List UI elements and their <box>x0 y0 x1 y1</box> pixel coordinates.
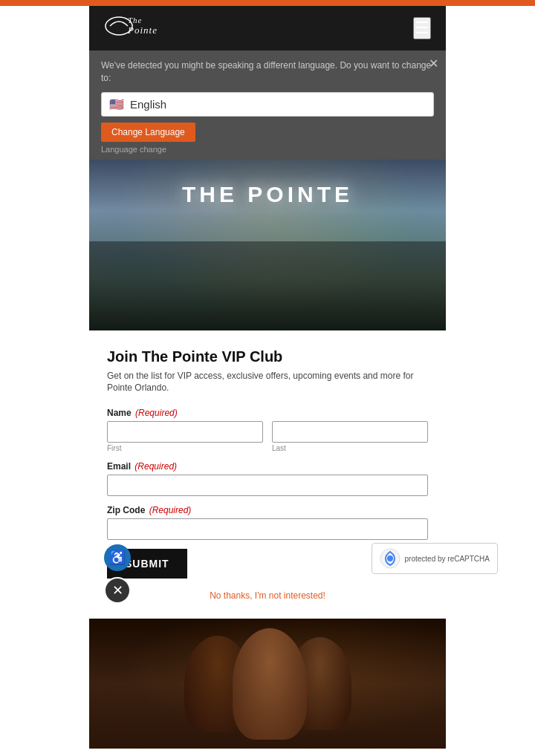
first-name-input[interactable] <box>107 421 263 443</box>
vip-form-container: Join The Pointe VIP Club Get on the list… <box>89 330 446 619</box>
last-placeholder: Last <box>272 444 428 452</box>
accessibility-button[interactable]: ♿ <box>104 544 131 571</box>
vip-form-title: Join The Pointe VIP Club <box>107 348 428 365</box>
email-label: Email (Required) <box>107 461 428 472</box>
hero-title: THE POINTE <box>182 182 353 207</box>
vip-form-subtitle: Get on the list for VIP access, exclusiv… <box>107 370 428 395</box>
zip-required: (Required) <box>149 505 192 515</box>
recaptcha-svg <box>380 548 401 569</box>
language-detection-text: We've detected you might be speaking a d… <box>101 59 434 85</box>
svg-point-4 <box>387 555 393 561</box>
zip-input[interactable] <box>107 518 428 540</box>
site-header: The Pointe ☰ <box>89 6 446 50</box>
close-banner-button[interactable]: ✕ <box>429 56 438 71</box>
logo-svg: The Pointe <box>104 11 193 41</box>
top-bar <box>0 0 535 6</box>
recaptcha-icon <box>380 548 401 569</box>
flag-icon: 🇺🇸 <box>109 97 124 111</box>
language-banner: We've detected you might be speaking a d… <box>89 50 446 160</box>
name-row: First Last <box>107 421 428 452</box>
no-thanks-link[interactable]: No thanks, I'm not interested! <box>107 590 428 601</box>
site-logo: The Pointe <box>104 11 193 45</box>
language-name-label: English <box>130 98 166 111</box>
svg-text:Pointe: Pointe <box>127 25 158 36</box>
page-wrapper: The Pointe ☰ We've detected you might be… <box>0 0 535 756</box>
close-widget-button[interactable]: ✕ <box>104 577 131 604</box>
first-name-field: First <box>107 421 263 452</box>
menu-button[interactable]: ☰ <box>413 17 431 39</box>
hero-image: THE POINTE <box>89 160 446 330</box>
overlay-buttons: ♿ ✕ <box>104 544 131 604</box>
name-label: Name (Required) <box>107 408 428 418</box>
zip-label: Zip Code (Required) <box>107 505 428 515</box>
zip-field-group: Zip Code (Required) <box>107 505 428 540</box>
first-placeholder: First <box>107 444 263 452</box>
email-input[interactable] <box>107 475 428 496</box>
language-change-note: Language change <box>101 145 434 154</box>
people-photo <box>89 619 446 749</box>
last-name-field: Last <box>272 421 428 452</box>
email-field-group: Email (Required) <box>107 461 428 496</box>
browser-area: The Pointe ☰ We've detected you might be… <box>89 6 446 749</box>
name-required: (Required) <box>135 408 178 418</box>
recaptcha-badge: protected by reCAPTCHA <box>372 543 499 574</box>
close-widget-icon: ✕ <box>112 582 123 599</box>
building-silhouette <box>89 241 446 330</box>
last-name-input[interactable] <box>272 421 428 443</box>
accessibility-icon: ♿ <box>109 550 126 566</box>
svg-text:The: The <box>128 16 143 25</box>
logo-area: The Pointe <box>104 11 193 45</box>
language-select-row[interactable]: 🇺🇸 English <box>101 92 434 117</box>
recaptcha-text: protected by reCAPTCHA <box>405 555 490 563</box>
email-required: (Required) <box>134 461 177 472</box>
name-field-group: Name (Required) First Last <box>107 408 428 452</box>
change-language-button[interactable]: Change Language <box>101 123 195 142</box>
